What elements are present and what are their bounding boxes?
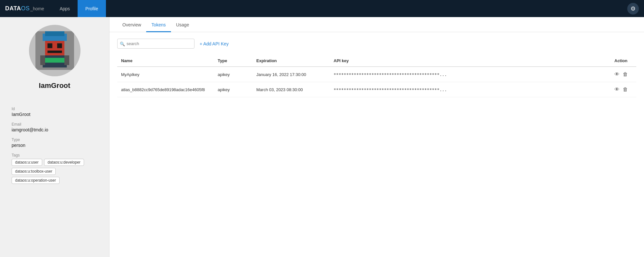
id-value: IamGroot — [12, 112, 103, 117]
avatar-image — [35, 31, 74, 70]
row-1-type: apikey — [214, 82, 252, 97]
view-icon[interactable]: 👁 — [614, 71, 620, 77]
col-header-action: Action — [611, 55, 636, 67]
tokens-table: Name Type Expiration API key Action MyAp… — [117, 55, 636, 97]
brand-os-part: OS — [21, 5, 30, 12]
col-header-name: Name — [117, 55, 214, 67]
tag-item: dataos:u:user — [12, 159, 42, 166]
tokens-content: 🔍 + Add API Key Name Type Expiration API… — [109, 32, 644, 257]
action-icons: 👁 🗑 — [614, 71, 632, 77]
tags-container: dataos:u:user dataos:u:developer dataos:… — [12, 159, 103, 184]
row-1-expiration: March 03, 2023 08:30:00 — [252, 82, 330, 97]
row-0-expiration: January 16, 2022 17:30:00 — [252, 67, 330, 82]
table-row: MyApIkey apikey January 16, 2022 17:30:0… — [117, 67, 636, 82]
col-header-apikey: API key — [330, 55, 611, 67]
tokens-toolbar: 🔍 + Add API Key — [117, 39, 636, 49]
add-api-key-button[interactable]: + Add API Key — [200, 41, 229, 46]
tab-tokens[interactable]: Tokens — [146, 17, 171, 32]
content-panel: Overview Tokens Usage 🔍 + Add API Key Na… — [109, 17, 644, 257]
search-input[interactable] — [117, 39, 194, 49]
avatar — [29, 25, 80, 76]
row-1-action: 👁 🗑 — [611, 82, 636, 97]
svg-rect-8 — [43, 58, 67, 63]
email-label: Email — [12, 122, 103, 127]
tag-item: dataos:u:developer — [44, 159, 84, 166]
view-icon[interactable]: 👁 — [614, 87, 620, 92]
svg-rect-6 — [45, 31, 64, 36]
brand-home-text: _home — [30, 6, 44, 11]
delete-icon[interactable]: 🗑 — [623, 71, 628, 77]
tab-overview[interactable]: Overview — [117, 17, 146, 32]
svg-rect-10 — [64, 55, 69, 65]
nav-items: Apps Profile — [52, 0, 106, 17]
search-wrapper: 🔍 — [117, 39, 194, 49]
tags-label: Tags — [12, 153, 103, 157]
brand-logo: DATAOS _home — [5, 5, 44, 12]
brand-data-part: DATA — [5, 5, 21, 12]
table-row: atlas_b8882cc9d765de89198adac16e4605f8 a… — [117, 82, 636, 97]
sidebar: IamGroot Id IamGroot Email iamgroot@tmdc… — [0, 17, 109, 257]
id-label: Id — [12, 107, 103, 111]
profile-info: Id IamGroot Email iamgroot@tmdc.io Type … — [6, 96, 103, 184]
row-1-apikey: ****************************************… — [330, 82, 611, 97]
tag-item: dataos:u:toolbox-user — [12, 168, 56, 175]
col-header-type: Type — [214, 55, 252, 67]
tabs-bar: Overview Tokens Usage — [109, 17, 644, 32]
svg-rect-4 — [47, 51, 62, 53]
type-label: Type — [12, 138, 103, 142]
svg-rect-2 — [47, 43, 52, 48]
tag-item: dataos:u:operation-user — [12, 177, 60, 184]
row-0-action: 👁 🗑 — [611, 67, 636, 82]
nav-item-profile[interactable]: Profile — [78, 0, 106, 17]
settings-icon[interactable]: ⚙ — [627, 3, 639, 14]
row-1-name: atlas_b8882cc9d765de89198adac16e4605f8 — [117, 82, 214, 97]
email-value: iamgroot@tmdc.io — [12, 127, 103, 132]
tab-usage[interactable]: Usage — [171, 17, 194, 32]
brand-text: DATAOS — [5, 5, 30, 12]
type-value: person — [12, 143, 103, 148]
action-icons: 👁 🗑 — [614, 87, 632, 92]
col-header-expiration: Expiration — [252, 55, 330, 67]
navbar-right: ⚙ — [627, 3, 639, 14]
navbar: DATAOS _home Apps Profile ⚙ — [0, 0, 644, 17]
main-layout: IamGroot Id IamGroot Email iamgroot@tmdc… — [0, 17, 644, 257]
svg-rect-9 — [40, 55, 45, 65]
svg-rect-3 — [57, 43, 62, 48]
nav-item-apps[interactable]: Apps — [52, 0, 78, 17]
row-0-apikey: ****************************************… — [330, 67, 611, 82]
row-0-type: apikey — [214, 67, 252, 82]
search-icon: 🔍 — [120, 41, 125, 46]
table-header-row: Name Type Expiration API key Action — [117, 55, 636, 67]
row-0-name: MyApIkey — [117, 67, 214, 82]
delete-icon[interactable]: 🗑 — [623, 87, 628, 92]
username: IamGroot — [39, 81, 71, 90]
